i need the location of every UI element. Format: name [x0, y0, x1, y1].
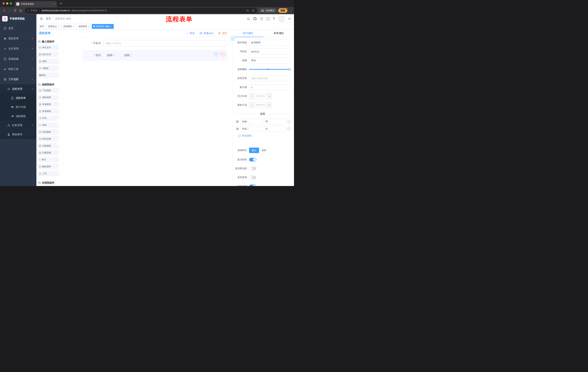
copy-component-button[interactable]: [214, 52, 218, 56]
new-tab-button[interactable]: +: [58, 2, 64, 5]
slider-handle[interactable]: [288, 68, 291, 71]
palette-item-date-picker[interactable]: 日期选择: [38, 143, 59, 149]
avatar[interactable]: [278, 16, 284, 22]
sidebar-item-dev-tools[interactable]: 研发工具: [0, 64, 36, 74]
option-1-value-input[interactable]: [264, 119, 286, 124]
palette-item-slider[interactable]: 滑块: [38, 122, 59, 128]
sidebar-item-workflow[interactable]: 工作流程: [0, 74, 36, 85]
form-item-phone[interactable]: *手机号: [82, 40, 232, 47]
palette-item-single-line-text[interactable]: 单行文本: [38, 45, 59, 50]
tag-close-icon[interactable]: ×: [58, 25, 59, 28]
address-bar[interactable]: ⚠ 不安全 dashboard.yudao.iocoder.cn /bpm/ma…: [25, 8, 257, 13]
drag-handle-icon[interactable]: [236, 128, 239, 130]
sidebar-item-user-groups[interactable]: 用户分组: [0, 103, 36, 112]
view-json-button[interactable]: 查看json: [200, 32, 213, 35]
increase-button[interactable]: +: [266, 102, 272, 108]
tag-close-icon[interactable]: ×: [88, 25, 89, 28]
default-value-input[interactable]: [249, 84, 291, 90]
border-switch[interactable]: [249, 167, 256, 170]
tag-close-icon[interactable]: ×: [73, 25, 74, 28]
drag-handle-icon[interactable]: [236, 120, 239, 123]
palette-item-color-picker[interactable]: 颜色选择: [38, 164, 59, 169]
slider-track[interactable]: [249, 69, 290, 70]
remove-option-button[interactable]: −: [287, 127, 291, 130]
field-name-input[interactable]: [249, 49, 291, 54]
minimize-window-button[interactable]: [6, 2, 8, 5]
show-label-switch[interactable]: [249, 158, 256, 161]
sidebar-item-process-model[interactable]: 流程模型: [0, 112, 36, 121]
search-icon[interactable]: [247, 17, 250, 20]
palette-item-time-picker[interactable]: 时间选择: [38, 129, 59, 135]
sidebar-item-task-management[interactable]: 任务管理: [0, 121, 36, 130]
tag-process-form[interactable]: 流程表单 ×: [77, 24, 91, 29]
palette-item-checkbox-group[interactable]: 多选框组: [38, 108, 59, 114]
sidebar-item-leave-query[interactable]: 请假查询: [0, 130, 36, 139]
github-icon[interactable]: [253, 17, 257, 20]
palette-item-cascader[interactable]: 级联选择: [38, 95, 59, 100]
palette-item-counter[interactable]: 123 计数器: [38, 65, 59, 71]
style-button-button[interactable]: 按钮: [259, 148, 269, 153]
warning-icon[interactable]: ⚠: [27, 9, 29, 12]
selected-form-item-gender[interactable]: *性别 选项一 选项二: [83, 50, 227, 61]
option-1-name-input[interactable]: [240, 119, 262, 124]
avatar-caret-icon[interactable]: [288, 17, 291, 20]
sidebar-item-system[interactable]: 系统管理: [0, 33, 36, 44]
required-switch[interactable]: [249, 185, 256, 186]
disabled-switch[interactable]: [249, 176, 256, 179]
component-type-select[interactable]: [249, 40, 291, 45]
browser-update-button[interactable]: 更新: [278, 8, 287, 13]
label-width-input[interactable]: [249, 75, 291, 81]
delete-component-button[interactable]: [220, 52, 224, 56]
bookmark-star-icon[interactable]: [252, 9, 255, 12]
decrease-button[interactable]: −: [249, 93, 254, 99]
tab-close-icon[interactable]: ×: [53, 3, 55, 5]
title-input[interactable]: [249, 57, 291, 63]
min-select-input[interactable]: [254, 93, 266, 99]
reload-button[interactable]: [12, 8, 18, 13]
sidebar-item-payment[interactable]: ¥ 支付管理: [0, 44, 36, 54]
app-logo[interactable]: 芋道管理系统: [0, 14, 36, 23]
palette-item-editor[interactable]: 编辑器: [38, 73, 59, 78]
palette-item-dropdown[interactable]: 下拉选择: [38, 88, 59, 93]
password-key-icon[interactable]: [246, 9, 249, 12]
tag-home[interactable]: 首页: [38, 24, 45, 29]
option-2-name-input[interactable]: [240, 126, 262, 132]
tab-component-props[interactable]: 组件属性: [233, 30, 263, 37]
close-window-button[interactable]: [2, 2, 5, 5]
tag-process-definition[interactable]: 流程定义 ×: [46, 24, 61, 29]
palette-item-switch[interactable]: 开关: [38, 115, 59, 121]
save-button[interactable]: ✓ 保存: [187, 32, 195, 35]
browser-menu-button[interactable]: ⋮: [289, 9, 293, 12]
add-option-button[interactable]: + 添加选项: [238, 134, 291, 138]
checkbox-option-1[interactable]: 选项一: [103, 54, 115, 57]
font-size-icon[interactable]: T: [273, 17, 275, 20]
zoom-window-button[interactable]: [10, 2, 12, 5]
browser-tab[interactable]: 芋道管理系统 ×: [15, 1, 57, 7]
palette-item-multi-line-text[interactable]: 多行文本: [38, 52, 59, 57]
home-button[interactable]: [18, 8, 23, 13]
tag-close-icon[interactable]: ×: [111, 25, 112, 28]
palette-item-time-range[interactable]: 时间范围: [38, 136, 59, 142]
link-icon[interactable]: [231, 37, 234, 40]
grid-slider[interactable]: [249, 66, 291, 72]
sidebar-item-home[interactable]: 首页: [0, 23, 36, 33]
phone-input[interactable]: [103, 40, 226, 47]
sidebar-item-process-form[interactable]: 流程表单: [0, 94, 36, 103]
checkbox-option-2[interactable]: 选项二: [120, 54, 132, 57]
component-type-value[interactable]: [249, 40, 291, 45]
palette-item-radio-group[interactable]: 单选框组: [38, 102, 59, 107]
palette-item-rating[interactable]: ☆ 评分: [38, 157, 59, 162]
option-2-value-input[interactable]: [264, 126, 286, 132]
remove-option-button[interactable]: −: [287, 120, 291, 123]
back-button[interactable]: [1, 8, 7, 13]
palette-item-password[interactable]: 密码: [38, 59, 59, 64]
fullscreen-icon[interactable]: [266, 17, 270, 20]
tab-form-props[interactable]: 表单属性: [263, 30, 294, 37]
palette-item-upload[interactable]: 上传: [38, 171, 59, 176]
security-label[interactable]: 不安全: [31, 9, 37, 12]
sidebar-item-infrastructure[interactable]: 基础设施: [0, 54, 36, 64]
max-select-input[interactable]: [254, 102, 266, 108]
hamburger-icon[interactable]: ☰: [39, 17, 43, 21]
decrease-button[interactable]: −: [249, 102, 254, 108]
forward-button[interactable]: [7, 8, 12, 13]
